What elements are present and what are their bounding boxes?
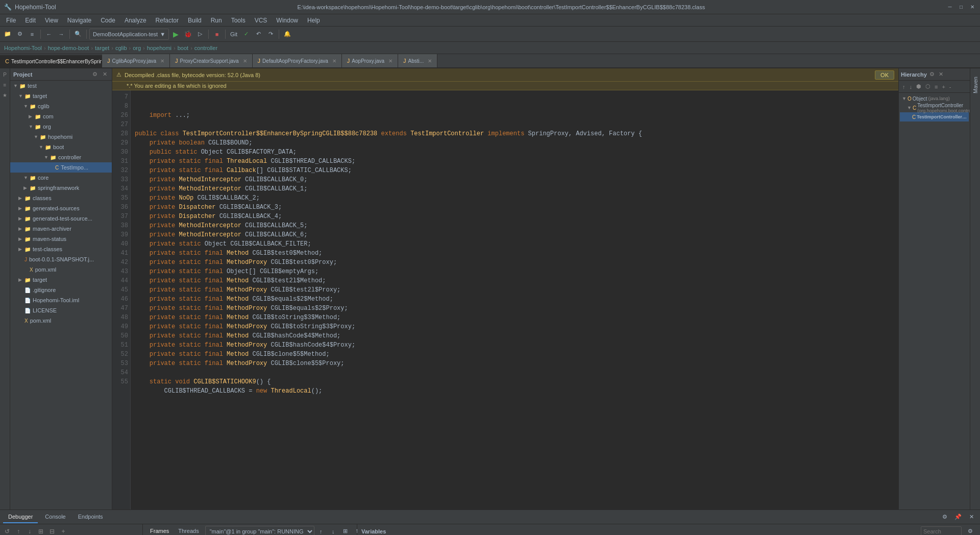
h-item-enhancer[interactable]: C TestImportController$$EnhancerBySp...: [900, 112, 969, 121]
tree-item-jar[interactable]: J boot-0.0.1-SNAPSHOT.j...: [10, 254, 112, 264]
debug-btn[interactable]: 🐞: [182, 29, 193, 40]
sidebar-favorites-icon[interactable]: ★: [1, 91, 9, 99]
tree-item-org[interactable]: ▼ 📁 org: [10, 121, 112, 132]
bottom-close-btn[interactable]: ✕: [966, 512, 977, 523]
nav-controller[interactable]: controller: [194, 45, 217, 51]
sidebar-structure-icon[interactable]: ≡: [1, 81, 9, 89]
frames-filter-btn[interactable]: ⊞: [340, 526, 351, 536]
menu-navigate[interactable]: Navigate: [63, 16, 95, 25]
hier-btn-5[interactable]: ≡: [933, 83, 939, 90]
tree-item-gen-test[interactable]: ▶ 📁 generated-test-source...: [10, 213, 112, 224]
threads-tab[interactable]: Threads: [174, 525, 203, 536]
tree-item-testimport[interactable]: C TestImpo...: [10, 162, 112, 173]
run-btn[interactable]: ▶: [170, 29, 181, 40]
hier-expand-btn[interactable]: +: [940, 83, 946, 90]
tree-item-gen-sources[interactable]: ▶ 📁 generated-sources: [10, 203, 112, 213]
forward-btn[interactable]: →: [56, 29, 67, 40]
maximize-button[interactable]: □: [958, 4, 965, 11]
menu-edit[interactable]: Edit: [21, 16, 40, 25]
spring-collapse-btn[interactable]: ↑: [13, 526, 23, 536]
nav-target[interactable]: target: [95, 45, 109, 51]
tab-cglibaosproxy[interactable]: J CglibAopProxy.java ✕: [102, 54, 170, 67]
tree-item-cglib[interactable]: ▼ 📁 cglib: [10, 101, 112, 111]
menu-file[interactable]: File: [2, 16, 20, 25]
menu-refactor[interactable]: Refactor: [152, 16, 183, 25]
sidebar-project-icon[interactable]: P: [1, 70, 9, 79]
tab-absti[interactable]: J Absti... ✕: [398, 54, 437, 67]
tab-aopproxy[interactable]: J AopProxy.java ✕: [342, 54, 398, 67]
tab-proxycreator[interactable]: J ProxyCreatorSupport.java ✕: [170, 54, 253, 67]
menu-code[interactable]: Code: [96, 16, 119, 25]
tree-item-maven-archiver[interactable]: ▶ 📁 maven-archiver: [10, 224, 112, 234]
tab-testimport-enhancer[interactable]: C TestImportController$$EnhancerBySpring…: [0, 55, 102, 68]
tab-console[interactable]: Console: [40, 511, 70, 523]
tree-item-core[interactable]: ▼ 📁 core: [10, 173, 112, 183]
hier-btn-2[interactable]: ↓: [908, 83, 914, 90]
spring-filter2-btn[interactable]: ⊟: [47, 526, 57, 536]
tree-item-boot[interactable]: ▼ 📁 boot: [10, 142, 112, 152]
tree-item-maven-status[interactable]: ▶ 📁 maven-status: [10, 234, 112, 244]
tab-defaultaopproxy[interactable]: J DefaultAopProxyFactory.java ✕: [253, 54, 342, 67]
nav-org[interactable]: org: [133, 45, 141, 51]
tab-close-1[interactable]: ✕: [160, 58, 164, 64]
thread-dropdown[interactable]: "main"@1 in group "main": RUNNING: [205, 526, 314, 536]
nav-hopehomi-tool[interactable]: Hopehomi-Tool: [4, 45, 42, 51]
frames-down-btn[interactable]: ↓: [328, 526, 339, 536]
redo-btn[interactable]: ↷: [265, 29, 276, 40]
search-btn[interactable]: 🔍: [72, 29, 84, 40]
menu-build[interactable]: Build: [184, 16, 206, 25]
spring-refresh-btn[interactable]: ↺: [2, 526, 12, 536]
hierarchy-close-btn[interactable]: ✕: [937, 70, 945, 78]
tab-close-5[interactable]: ✕: [428, 58, 432, 64]
tree-item-hopehomi[interactable]: ▼ 📁 hopehomi: [10, 132, 112, 142]
variables-settings-btn[interactable]: ⚙: [965, 526, 976, 536]
menu-tools[interactable]: Tools: [227, 16, 250, 25]
tree-item-com[interactable]: ▶ 📁 com: [10, 111, 112, 121]
h-item-object[interactable]: ▼ O Object (java.lang): [900, 94, 969, 103]
tab-close-4[interactable]: ✕: [388, 58, 393, 64]
code-content[interactable]: 7 8 26 27 28 29 30 31 32 33 34 35 36 37 …: [112, 90, 898, 509]
tree-item-iml[interactable]: 📄 Hopehomi-Tool.iml: [10, 295, 112, 305]
spring-add-btn[interactable]: +: [58, 526, 68, 536]
tree-item-pom[interactable]: X pom.xml: [10, 264, 112, 275]
tree-item-gitignore[interactable]: 📄 .gitignore: [10, 285, 112, 295]
run-config-dropdown[interactable]: DemoBootApplication-test ▼: [89, 29, 169, 40]
menu-window[interactable]: Window: [272, 16, 302, 25]
notifications-btn[interactable]: 🔔: [282, 29, 293, 40]
close-button[interactable]: ✕: [969, 4, 976, 11]
tree-item-classes[interactable]: ▶ 📁 classes: [10, 193, 112, 203]
checkmark-btn[interactable]: ✓: [240, 29, 252, 40]
spring-expand-btn[interactable]: ↓: [24, 526, 35, 536]
tree-item-springframework[interactable]: ▶ 📁 springframework: [10, 183, 112, 193]
warning-ok-button[interactable]: OK: [875, 70, 894, 80]
frames-up-btn[interactable]: ↑: [315, 526, 327, 536]
menu-vcs[interactable]: VCS: [251, 16, 272, 25]
nav-boot[interactable]: boot: [178, 45, 188, 51]
tree-item-test[interactable]: ▼ 📁 test: [10, 81, 112, 91]
menu-run[interactable]: Run: [207, 16, 226, 25]
settings-btn[interactable]: ⚙: [14, 29, 26, 40]
maven-tab-label[interactable]: Maven: [971, 72, 980, 98]
hier-btn-3[interactable]: ⬢: [915, 83, 923, 90]
tab-endpoints[interactable]: Endpoints: [73, 511, 108, 523]
tab-close-2[interactable]: ✕: [243, 58, 247, 64]
hierarchy-settings-btn[interactable]: ⚙: [928, 70, 936, 78]
tree-item-pom2[interactable]: X pom.xml: [10, 315, 112, 326]
tree-item-target2[interactable]: ▶ 📁 target: [10, 275, 112, 285]
bottom-settings-btn[interactable]: ⚙: [939, 512, 950, 523]
structure-btn[interactable]: ≡: [27, 29, 38, 40]
nav-hopehomi[interactable]: hopehomi: [147, 45, 172, 51]
hier-collapse-btn[interactable]: -: [948, 83, 953, 90]
project-panel-settings-btn[interactable]: ⚙: [91, 70, 99, 78]
minimize-button[interactable]: ─: [946, 4, 953, 11]
tab-debugger[interactable]: Debugger: [3, 511, 38, 523]
project-panel-close-btn[interactable]: ✕: [101, 70, 109, 78]
stop-btn[interactable]: ■: [211, 29, 223, 40]
hier-btn-1[interactable]: ↑: [901, 83, 907, 90]
frames-tab[interactable]: Frames: [146, 525, 173, 536]
nav-hope-demo-boot[interactable]: hope-demo-boot: [48, 45, 89, 51]
run-coverage-btn[interactable]: ▷: [194, 29, 206, 40]
bottom-pin-btn[interactable]: 📌: [952, 512, 964, 523]
tree-item-controller[interactable]: ▼ 📁 controller: [10, 152, 112, 162]
undo-btn[interactable]: ↶: [253, 29, 264, 40]
